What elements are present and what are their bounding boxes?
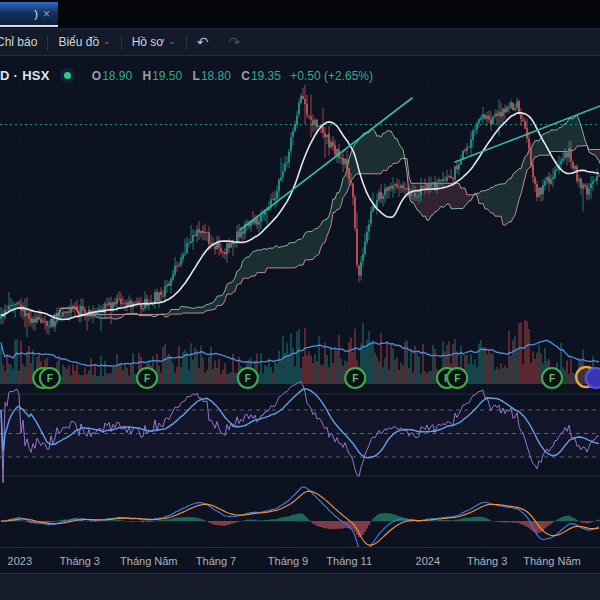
low-value: 18.80 [201, 69, 231, 83]
axis-label: Tháng 3 [60, 555, 100, 567]
tab-title: ) [34, 8, 38, 20]
indicators-button[interactable]: Chỉ báo [0, 29, 47, 55]
time-axis[interactable]: 2023Tháng 3Tháng NămTháng 7Tháng 9Tháng … [0, 547, 600, 573]
svg-text:F: F [245, 373, 251, 384]
price-chart-canvas[interactable]: FFFFFFFF [0, 56, 600, 547]
chart-toolbar: Chỉ báo Biểu đồ ⌄ Hồ sơ ⌄ ↶ ↷ [0, 28, 600, 56]
svg-text:F: F [47, 373, 53, 384]
close-icon[interactable]: × [43, 8, 50, 20]
profile-menu[interactable]: Hồ sơ ⌄ [122, 29, 186, 55]
bottom-toolbar [0, 573, 600, 600]
svg-text:F: F [144, 373, 150, 384]
symbol-legend: D · HSX O18.90 H19.50 L18.80 C19.35 +0.5… [0, 68, 373, 83]
close-value: 19.35 [251, 69, 281, 83]
tab-bar: ) × [0, 0, 600, 28]
market-status-icon[interactable] [60, 68, 75, 83]
chart-tab[interactable]: ) × [0, 2, 58, 26]
axis-label: Tháng 3 [467, 555, 507, 567]
axis-label: Tháng 9 [268, 555, 308, 567]
chart-type-menu[interactable]: Biểu đồ ⌄ [48, 29, 120, 55]
high-value: 19.50 [152, 69, 182, 83]
axis-label: Tháng 7 [196, 555, 236, 567]
axis-label: 2023 [8, 555, 32, 567]
trading-app-window: ) × Chỉ báo Biểu đồ ⌄ Hồ sơ ⌄ ↶ ↷ FFFFFF… [0, 0, 600, 600]
chart-area[interactable]: FFFFFFFF D · HSX O18.90 H19.50 L18.80 C1… [0, 56, 600, 547]
undo-button[interactable]: ↶ [187, 34, 219, 50]
svg-text:F: F [454, 373, 460, 384]
change-value: +0.50 (+2.65%) [290, 69, 373, 83]
active-tab-underline [0, 25, 58, 27]
axis-label: 2024 [416, 555, 440, 567]
symbol-name: D · HSX [0, 68, 50, 83]
ohlc-values: O18.90 H19.50 L18.80 C19.35 +0.50 (+2.65… [85, 69, 373, 83]
axis-label: Tháng Năm [120, 555, 177, 567]
axis-label: Tháng Năm [523, 555, 580, 567]
axis-label: Tháng 11 [326, 555, 372, 567]
svg-text:F: F [549, 373, 555, 384]
chevron-down-icon: ⌄ [168, 36, 176, 46]
svg-text:F: F [352, 373, 358, 384]
chevron-down-icon: ⌄ [103, 36, 111, 46]
open-value: 18.90 [102, 69, 132, 83]
redo-button[interactable]: ↷ [218, 34, 250, 50]
